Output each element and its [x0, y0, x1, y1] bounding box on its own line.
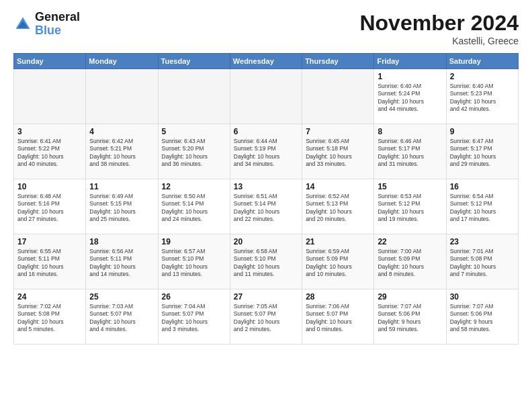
- day-info: Sunrise: 6:54 AM Sunset: 5:12 PM Dayligh…: [450, 193, 515, 224]
- table-cell: 14Sunrise: 6:52 AM Sunset: 5:13 PM Dayli…: [302, 179, 374, 234]
- day-info: Sunrise: 7:00 AM Sunset: 5:09 PM Dayligh…: [378, 248, 442, 279]
- table-cell: 1Sunrise: 6:40 AM Sunset: 5:24 PM Daylig…: [374, 69, 446, 124]
- table-cell: [14, 69, 86, 124]
- day-info: Sunrise: 6:43 AM Sunset: 5:20 PM Dayligh…: [162, 138, 226, 169]
- col-saturday: Saturday: [446, 54, 518, 69]
- day-number: 28: [306, 292, 370, 302]
- day-number: 1: [378, 72, 442, 81]
- day-number: 7: [306, 127, 370, 136]
- calendar-header-row: Sunday Monday Tuesday Wednesday Thursday…: [14, 54, 519, 69]
- day-info: Sunrise: 6:59 AM Sunset: 5:09 PM Dayligh…: [306, 248, 370, 279]
- table-cell: 30Sunrise: 7:07 AM Sunset: 5:06 PM Dayli…: [446, 289, 518, 345]
- logo: General Blue: [13, 11, 80, 38]
- day-info: Sunrise: 7:02 AM Sunset: 5:08 PM Dayligh…: [17, 303, 82, 334]
- table-cell: 21Sunrise: 6:59 AM Sunset: 5:09 PM Dayli…: [302, 234, 374, 289]
- day-info: Sunrise: 6:41 AM Sunset: 5:22 PM Dayligh…: [17, 138, 82, 169]
- day-info: Sunrise: 6:46 AM Sunset: 5:17 PM Dayligh…: [378, 138, 442, 169]
- day-number: 18: [89, 237, 154, 246]
- table-cell: [302, 69, 374, 124]
- day-number: 5: [162, 127, 226, 136]
- day-info: Sunrise: 6:52 AM Sunset: 5:13 PM Dayligh…: [306, 193, 370, 224]
- logo-icon: [13, 15, 32, 34]
- day-number: 13: [234, 182, 298, 191]
- day-info: Sunrise: 6:40 AM Sunset: 5:24 PM Dayligh…: [378, 83, 442, 113]
- table-cell: 7Sunrise: 6:45 AM Sunset: 5:18 PM Daylig…: [302, 124, 374, 179]
- day-info: Sunrise: 6:40 AM Sunset: 5:23 PM Dayligh…: [450, 83, 515, 113]
- day-info: Sunrise: 7:07 AM Sunset: 5:06 PM Dayligh…: [378, 303, 442, 334]
- table-cell: 13Sunrise: 6:51 AM Sunset: 5:14 PM Dayli…: [230, 179, 302, 234]
- week-row-4: 17Sunrise: 6:55 AM Sunset: 5:11 PM Dayli…: [14, 234, 519, 289]
- week-row-5: 24Sunrise: 7:02 AM Sunset: 5:08 PM Dayli…: [14, 289, 519, 345]
- day-number: 25: [89, 292, 154, 302]
- calendar-table: Sunday Monday Tuesday Wednesday Thursday…: [13, 53, 519, 345]
- table-cell: 16Sunrise: 6:54 AM Sunset: 5:12 PM Dayli…: [446, 179, 518, 234]
- day-info: Sunrise: 6:50 AM Sunset: 5:14 PM Dayligh…: [162, 193, 226, 224]
- day-number: 23: [450, 237, 515, 246]
- day-number: 9: [450, 127, 515, 136]
- table-cell: 28Sunrise: 7:06 AM Sunset: 5:07 PM Dayli…: [302, 289, 374, 345]
- table-cell: 18Sunrise: 6:56 AM Sunset: 5:11 PM Dayli…: [86, 234, 158, 289]
- day-number: 21: [306, 237, 370, 246]
- table-cell: [158, 69, 230, 124]
- day-info: Sunrise: 6:56 AM Sunset: 5:11 PM Dayligh…: [89, 248, 154, 279]
- day-info: Sunrise: 6:51 AM Sunset: 5:14 PM Dayligh…: [234, 193, 298, 224]
- day-number: 29: [378, 292, 442, 302]
- day-info: Sunrise: 7:04 AM Sunset: 5:07 PM Dayligh…: [162, 303, 226, 334]
- day-info: Sunrise: 6:44 AM Sunset: 5:19 PM Dayligh…: [234, 138, 298, 169]
- table-cell: 23Sunrise: 7:01 AM Sunset: 5:08 PM Dayli…: [446, 234, 518, 289]
- day-number: 20: [234, 237, 298, 246]
- table-cell: 29Sunrise: 7:07 AM Sunset: 5:06 PM Dayli…: [374, 289, 446, 345]
- col-thursday: Thursday: [302, 54, 374, 69]
- day-number: 2: [450, 72, 515, 81]
- day-info: Sunrise: 6:58 AM Sunset: 5:10 PM Dayligh…: [234, 248, 298, 279]
- day-info: Sunrise: 6:45 AM Sunset: 5:18 PM Dayligh…: [306, 138, 370, 169]
- day-info: Sunrise: 6:49 AM Sunset: 5:15 PM Dayligh…: [89, 193, 154, 224]
- day-info: Sunrise: 6:47 AM Sunset: 5:17 PM Dayligh…: [450, 138, 515, 169]
- table-cell: 2Sunrise: 6:40 AM Sunset: 5:23 PM Daylig…: [446, 69, 518, 124]
- day-number: 17: [17, 237, 82, 246]
- day-number: 3: [17, 127, 82, 136]
- day-number: 8: [378, 127, 442, 136]
- day-number: 6: [234, 127, 298, 136]
- table-cell: 5Sunrise: 6:43 AM Sunset: 5:20 PM Daylig…: [158, 124, 230, 179]
- table-cell: 6Sunrise: 6:44 AM Sunset: 5:19 PM Daylig…: [230, 124, 302, 179]
- col-friday: Friday: [374, 54, 446, 69]
- day-info: Sunrise: 6:55 AM Sunset: 5:11 PM Dayligh…: [17, 248, 82, 279]
- page: General Blue November 2024 Kastelli, Gre…: [0, 0, 532, 411]
- day-number: 11: [89, 182, 154, 191]
- location: Kastelli, Greece: [359, 36, 519, 46]
- day-info: Sunrise: 7:03 AM Sunset: 5:07 PM Dayligh…: [89, 303, 154, 334]
- week-row-3: 10Sunrise: 6:48 AM Sunset: 5:16 PM Dayli…: [14, 179, 519, 234]
- table-cell: 25Sunrise: 7:03 AM Sunset: 5:07 PM Dayli…: [86, 289, 158, 345]
- day-number: 10: [17, 182, 82, 191]
- table-cell: 24Sunrise: 7:02 AM Sunset: 5:08 PM Dayli…: [14, 289, 86, 345]
- table-cell: 11Sunrise: 6:49 AM Sunset: 5:15 PM Dayli…: [86, 179, 158, 234]
- day-info: Sunrise: 6:48 AM Sunset: 5:16 PM Dayligh…: [17, 193, 82, 224]
- table-cell: 27Sunrise: 7:05 AM Sunset: 5:07 PM Dayli…: [230, 289, 302, 345]
- day-info: Sunrise: 7:06 AM Sunset: 5:07 PM Dayligh…: [306, 303, 370, 334]
- table-cell: 4Sunrise: 6:42 AM Sunset: 5:21 PM Daylig…: [86, 124, 158, 179]
- day-number: 16: [450, 182, 515, 191]
- day-number: 12: [162, 182, 226, 191]
- table-cell: 22Sunrise: 7:00 AM Sunset: 5:09 PM Dayli…: [374, 234, 446, 289]
- day-info: Sunrise: 6:57 AM Sunset: 5:10 PM Dayligh…: [162, 248, 226, 279]
- day-info: Sunrise: 7:07 AM Sunset: 5:06 PM Dayligh…: [450, 303, 515, 334]
- table-cell: 12Sunrise: 6:50 AM Sunset: 5:14 PM Dayli…: [158, 179, 230, 234]
- day-info: Sunrise: 7:05 AM Sunset: 5:07 PM Dayligh…: [234, 303, 298, 334]
- table-cell: [86, 69, 158, 124]
- table-cell: 3Sunrise: 6:41 AM Sunset: 5:22 PM Daylig…: [14, 124, 86, 179]
- col-monday: Monday: [86, 54, 158, 69]
- day-number: 30: [450, 292, 515, 302]
- day-number: 26: [162, 292, 226, 302]
- title-block: November 2024 Kastelli, Greece: [359, 11, 519, 46]
- day-number: 22: [378, 237, 442, 246]
- table-cell: 19Sunrise: 6:57 AM Sunset: 5:10 PM Dayli…: [158, 234, 230, 289]
- month-title: November 2024: [359, 11, 519, 36]
- day-number: 4: [89, 127, 154, 136]
- day-number: 15: [378, 182, 442, 191]
- table-cell: 20Sunrise: 6:58 AM Sunset: 5:10 PM Dayli…: [230, 234, 302, 289]
- week-row-2: 3Sunrise: 6:41 AM Sunset: 5:22 PM Daylig…: [14, 124, 519, 179]
- table-cell: [230, 69, 302, 124]
- day-info: Sunrise: 7:01 AM Sunset: 5:08 PM Dayligh…: [450, 248, 515, 279]
- table-cell: 8Sunrise: 6:46 AM Sunset: 5:17 PM Daylig…: [374, 124, 446, 179]
